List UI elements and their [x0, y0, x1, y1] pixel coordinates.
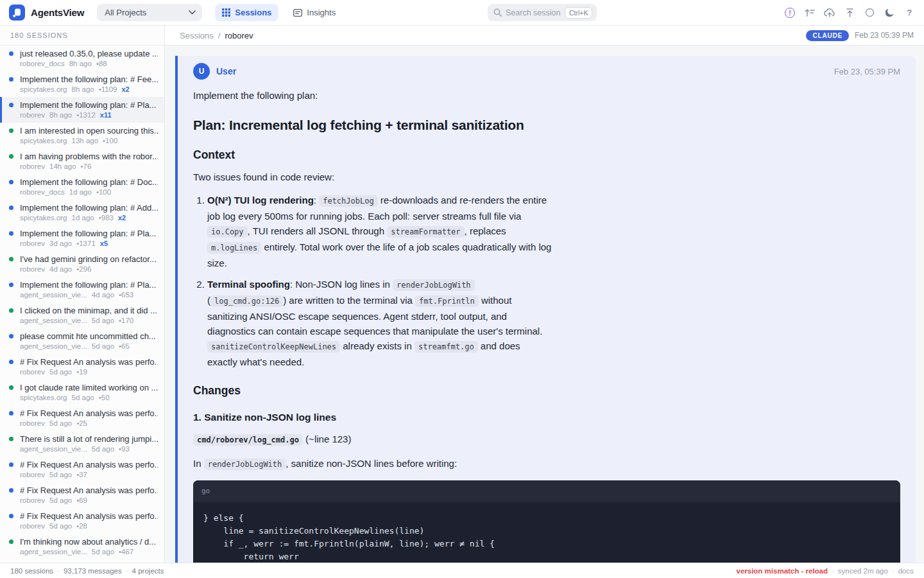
session-meta-row: roborev5d ago•28	[20, 521, 158, 531]
cloud-upload-icon[interactable]	[824, 7, 835, 19]
session-meta-row: agent_session_vie...4d ago•653	[20, 290, 158, 300]
tab-insights[interactable]: Insights	[287, 4, 341, 21]
search-input[interactable]	[506, 8, 561, 17]
session-status-dot	[9, 77, 13, 82]
inline-code: fetchJobLog	[319, 195, 377, 207]
docs-link[interactable]: docs	[898, 567, 914, 575]
session-list-item[interactable]: # Fix Request An analysis was perfo...ro…	[0, 405, 164, 431]
session-meta-row: roborev_docs1d ago•100	[20, 188, 158, 197]
version-mismatch-warning[interactable]: version mismatch - reload	[736, 567, 828, 575]
session-message-count: •100	[96, 188, 111, 197]
inline-code: renderJobLogWith	[204, 459, 286, 470]
session-list-item[interactable]: Implement the following plan: # Doc...ro…	[0, 174, 164, 200]
session-project: roborev	[20, 110, 45, 120]
sort-ascending-icon[interactable]	[804, 7, 816, 19]
session-item-text: just released 0.35.0, please update ...r…	[20, 49, 158, 69]
session-time: 1d ago	[69, 188, 92, 197]
session-status-dot	[9, 51, 13, 56]
session-list-item[interactable]: # Fix Request An analysis was perfo...ro…	[0, 508, 164, 534]
session-project: roborev	[20, 470, 45, 480]
message-heading: Context	[193, 148, 900, 162]
app-root: AgentsView All Projects Sessions Insight…	[0, 0, 924, 578]
session-multiplier-badge: x2	[121, 85, 129, 94]
session-title: Implement the following plan: # Doc...	[20, 177, 158, 188]
session-item-text: Implement the following plan: # Fee...sp…	[20, 74, 158, 94]
session-message-count: •100	[103, 136, 117, 146]
status-message-count: 93,173 messages	[64, 567, 122, 575]
session-list-item[interactable]: I've had gemini grinding on refactor...r…	[0, 251, 164, 277]
message-header: U User Feb 23, 05:39 PM	[193, 63, 900, 80]
tab-sessions-label: Sessions	[235, 8, 271, 17]
session-status-dot	[9, 231, 13, 236]
session-message-count: •1312	[76, 110, 96, 120]
session-status-dot	[9, 283, 13, 287]
session-list-item[interactable]: I am interested in open sourcing this...…	[0, 123, 164, 148]
session-meta-row: roborev14h ago•76	[20, 162, 158, 171]
session-title: Implement the following plan: # Pla...	[20, 100, 158, 110]
session-list-item[interactable]: I got claude rate limited working on ...…	[0, 380, 164, 405]
session-project: spicytakes.org	[20, 213, 67, 223]
project-filter-select[interactable]: All Projects	[97, 4, 202, 21]
session-list-item[interactable]: # Fix Request An analysis was perfo...ro…	[0, 457, 164, 482]
session-list-item[interactable]: I am having problems with the robor...ro…	[0, 148, 164, 174]
session-title: Implement the following plan: # Add...	[20, 203, 158, 213]
session-item-text: please commit hte uncommitted ch...agent…	[20, 331, 158, 351]
message-role: User	[216, 66, 236, 76]
session-list-item[interactable]: just released 0.35.0, please update ...r…	[0, 46, 164, 71]
session-list-item[interactable]: Implement the following plan: # Add...sp…	[0, 200, 164, 225]
session-list-item[interactable]: Implement the following plan: # Fee...sp…	[0, 71, 164, 97]
message-timestamp: Feb 23, 05:39 PM	[834, 67, 900, 76]
session-project: roborev	[20, 239, 45, 249]
session-list: just released 0.35.0, please update ...r…	[0, 46, 164, 563]
session-multiplier-badge: x11	[100, 110, 112, 120]
status-separator: ·	[57, 567, 60, 575]
search-box[interactable]: Ctrl+K	[488, 4, 597, 21]
user-message-card: U User Feb 23, 05:39 PM Implement the fo…	[175, 56, 916, 563]
session-list-item[interactable]: I clicked on the minimap, and it did ...…	[0, 302, 164, 328]
status-project-count: 4 projects	[132, 567, 164, 575]
session-title: I'm thinking now about analytics / d...	[20, 537, 158, 547]
session-status-dot	[9, 308, 13, 313]
session-item-text: There is still a lot of rendering jumpi.…	[20, 434, 158, 454]
session-message-count: •19	[76, 367, 87, 377]
session-meta-row: agent_session_vie...5d ago•65	[20, 342, 158, 351]
session-list-item[interactable]: # Fix Request An analysis was perfo...ro…	[0, 482, 164, 508]
session-list-item[interactable]: There is still a lot of rendering jumpi.…	[0, 431, 164, 457]
session-title: please commit hte uncommitted ch...	[20, 331, 158, 342]
session-list-item[interactable]: Implement the following plan: # Pla...ag…	[0, 277, 164, 302]
session-project: spicytakes.org	[20, 136, 67, 146]
session-project: agent_session_vie...	[20, 342, 87, 351]
list-item: O(N²) TUI log rendering: fetchJobLog re-…	[207, 193, 552, 270]
session-list-item[interactable]: Implement the following plan: # Pla...ro…	[0, 225, 164, 251]
sync-circle-icon[interactable]	[864, 7, 875, 19]
upload-icon[interactable]	[844, 7, 855, 19]
help-icon[interactable]: ?	[903, 7, 915, 19]
session-project: roborev_docs	[20, 59, 65, 69]
main-panel: Sessions / roborev CLAUDE Feb 23 05:39 P…	[165, 26, 924, 563]
status-right: version mismatch - reload · synced 2m ag…	[736, 567, 914, 575]
session-title: There is still a lot of rendering jumpi.…	[20, 434, 158, 444]
search-shortcut-badge: Ctrl+K	[565, 7, 592, 19]
session-item-text: I got claude rate limited working on ...…	[20, 383, 158, 403]
session-message-count: •69	[76, 496, 87, 505]
session-message-count: •296	[76, 265, 91, 274]
session-item-text: Implement the following plan: # Add...sp…	[20, 203, 158, 223]
session-list-item[interactable]: # Fix Request An analysis was perfo...ro…	[0, 354, 164, 380]
app-logo-icon[interactable]	[9, 4, 25, 21]
inline-code: log_cmd.go:126	[210, 295, 283, 307]
message-paragraph: In renderJobLogWith, sanitize non-JSON l…	[193, 456, 900, 472]
message-paragraph: Implement the following plan:	[193, 88, 900, 103]
moon-icon[interactable]	[884, 7, 895, 19]
session-title: # Fix Request An analysis was perfo...	[20, 486, 158, 496]
session-item-text: # Fix Request An analysis was perfo...ro…	[20, 460, 158, 480]
breadcrumb-root[interactable]: Sessions	[180, 31, 214, 40]
conversation-scroll-area[interactable]: U User Feb 23, 05:39 PM Implement the fo…	[165, 46, 924, 563]
session-list-item[interactable]: please commit hte uncommitted ch...agent…	[0, 328, 164, 354]
status-session-count: 180 sessions	[10, 567, 53, 575]
session-time: 13h ago	[72, 136, 99, 146]
tab-sessions[interactable]: Sessions	[215, 4, 278, 21]
session-list-item[interactable]: I'm thinking now about analytics / d...a…	[0, 534, 164, 559]
alert-icon[interactable]: !	[784, 7, 796, 19]
session-multiplier-badge: x2	[118, 213, 126, 223]
session-list-item[interactable]: Implement the following plan: # Pla...ro…	[0, 97, 164, 123]
